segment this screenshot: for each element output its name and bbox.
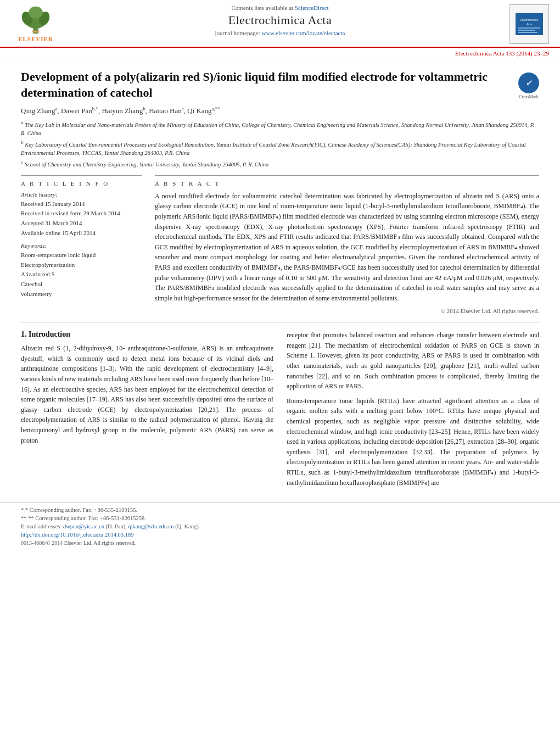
revised-date: Received in revised form 29 March 2014 bbox=[21, 209, 142, 219]
main-content: Development of a poly(alizarin red S)/io… bbox=[0, 59, 560, 502]
svg-rect-5 bbox=[32, 31, 40, 33]
article-info-abstract-section: A R T I C L E I N F O Article history: R… bbox=[21, 175, 539, 315]
section-divider bbox=[21, 322, 539, 322]
footnote-star2: ** bbox=[21, 515, 28, 521]
svg-text:Electrochimica: Electrochimica bbox=[520, 18, 539, 21]
section1-title: 1. Introduction bbox=[21, 330, 273, 339]
authors-line: Qing Zhanga, Dawei Panb,*, Haiyun Zhangb… bbox=[21, 106, 539, 115]
svg-point-4 bbox=[29, 7, 43, 19]
footnote-1-text: * Corresponding author. Fax: +86-535-210… bbox=[25, 507, 137, 513]
body-two-col: 1. Introduction Alizarin red S (1, 2-dih… bbox=[21, 330, 539, 492]
homepage-url[interactable]: www.elsevier.com/locate/electacta bbox=[261, 30, 345, 36]
article-title-section: Development of a poly(alizarin red S)/io… bbox=[21, 69, 539, 101]
footer-doi: http://dx.doi.org/10.1016/j.electacta.20… bbox=[21, 532, 539, 538]
author-c: Haitao Han bbox=[149, 107, 182, 115]
footer-emails: E-mail addresses: dwpan@yic.ac.cn (D. Pa… bbox=[21, 523, 539, 529]
author-b1-sup: b,* bbox=[92, 106, 98, 111]
accepted-date: Accepted 31 March 2014 bbox=[21, 219, 142, 228]
page: ELSEVIER Contents lists available at Sci… bbox=[0, 0, 560, 742]
footnote-2-text: ** Corresponding author. Fax: +86-531-82… bbox=[28, 515, 146, 521]
crossmark-circle: ✓ bbox=[518, 72, 539, 93]
elsevier-tree-icon bbox=[16, 4, 55, 35]
journal-cover-icon: Electrochimica Acta bbox=[516, 13, 543, 35]
affil-text-a: The Key Lab in Molecular and Nano-materi… bbox=[21, 121, 534, 136]
footer-note-2: ** ** Corresponding author. Fax: +86-531… bbox=[21, 515, 539, 521]
affiliations: a The Key Lab in Molecular and Nano-mate… bbox=[21, 119, 539, 169]
footnote-star1: * bbox=[21, 507, 25, 513]
email2-name: (Q. Kang). bbox=[175, 523, 200, 529]
sciencedirect-link[interactable]: ScienceDirect bbox=[295, 4, 329, 11]
article-title: Development of a poly(alizarin red S)/io… bbox=[21, 69, 513, 101]
article-history-block: Article history: Received 15 January 201… bbox=[21, 191, 142, 238]
author-c-sup: c bbox=[182, 106, 184, 111]
affil-text-b: Key Laboratory of Coastal Environmental … bbox=[21, 141, 526, 156]
doi-link[interactable]: http://dx.doi.org/10.1016/j.electacta.20… bbox=[21, 532, 133, 538]
author-a-sup: a bbox=[55, 106, 57, 111]
journal-logo-box: Electrochimica Acta bbox=[509, 4, 549, 44]
article-info-col: A R T I C L E I N F O Article history: R… bbox=[21, 175, 142, 315]
keywords-block: Keywords: Room-temperature ionic liquid … bbox=[21, 242, 142, 299]
affil-sup-b: b bbox=[21, 140, 24, 145]
elsevier-label: ELSEVIER bbox=[18, 36, 53, 42]
abstract-header: A B S T R A C T bbox=[155, 180, 539, 187]
contents-label: Contents lists available at bbox=[231, 4, 293, 11]
keyword-3: Alizarin red S bbox=[21, 270, 142, 280]
affil-text-c: School of Chemistry and Chemistry Engine… bbox=[25, 161, 269, 167]
journal-header: ELSEVIER Contents lists available at Sci… bbox=[0, 0, 560, 48]
emails-label: E-mail addresses: bbox=[21, 523, 61, 529]
author-b2: Haiyun Zhang bbox=[102, 107, 143, 115]
article-history-title: Article history: bbox=[21, 191, 142, 198]
keywords-title: Keywords: bbox=[21, 242, 142, 249]
affil-sup-c: c bbox=[21, 159, 23, 165]
author-a2-sup: a,** bbox=[212, 106, 220, 111]
abstract-col: A B S T R A C T A novel modified electro… bbox=[155, 175, 539, 315]
affil-item-b: b Key Laboratory of Coastal Environmenta… bbox=[21, 139, 539, 158]
available-date: Available online 15 April 2014 bbox=[21, 228, 142, 238]
crossmark-badge[interactable]: ✓ CrossMark bbox=[518, 72, 539, 93]
body-para-3: Room-temperature ionic liquids (RTILs) h… bbox=[287, 396, 539, 488]
body-col-left: 1. Introduction Alizarin red S (1, 2-dih… bbox=[21, 330, 273, 492]
journal-homepage: journal homepage: www.elsevier.com/locat… bbox=[215, 30, 345, 36]
page-footer: * * Corresponding author. Fax: +86-535-2… bbox=[0, 502, 560, 550]
svg-rect-9 bbox=[518, 27, 540, 29]
article-info-header: A R T I C L E I N F O bbox=[21, 180, 142, 187]
author-a2: Qi Kang bbox=[187, 107, 211, 115]
author-b1: Dawei Pan bbox=[61, 107, 92, 115]
author-a: Qing Zhang bbox=[21, 107, 55, 115]
received-date: Received 15 January 2014 bbox=[21, 199, 142, 209]
keyword-4: Catechol bbox=[21, 280, 142, 289]
svg-rect-11 bbox=[518, 32, 537, 33]
affil-sup-a: a bbox=[21, 120, 24, 125]
journal-volume-info: Electrochimica Acta 133 (2014) 23–29 bbox=[455, 50, 549, 57]
section1-number: 1. bbox=[21, 330, 27, 338]
email1-link[interactable]: dwpan@yic.ac.cn bbox=[63, 523, 104, 529]
homepage-label: journal homepage: bbox=[215, 30, 260, 36]
keyword-5: voltammetry bbox=[21, 289, 142, 299]
body-col-right: receptor that promotes balanced reaction… bbox=[287, 330, 539, 492]
affil-item-c: c School of Chemistry and Chemistry Engi… bbox=[21, 159, 539, 169]
elsevier-logo: ELSEVIER bbox=[11, 4, 60, 47]
journal-title-main: Electrochimica Acta bbox=[228, 13, 332, 27]
journal-logo-right: Electrochimica Acta bbox=[500, 4, 549, 44]
footer-issn: 0013-4686/© 2014 Elsevier Ltd. All right… bbox=[21, 540, 539, 546]
body-para-2: receptor that promotes balanced reaction… bbox=[287, 330, 539, 392]
footer-note-1: * * Corresponding author. Fax: +86-535-2… bbox=[21, 507, 539, 513]
crossmark-label: CrossMark bbox=[518, 94, 539, 99]
keyword-2: Electropolymerization bbox=[21, 260, 142, 270]
abstract-text: A novel modified electrode for voltammet… bbox=[155, 191, 539, 304]
section1-heading: Introduction bbox=[29, 330, 70, 338]
journal-center: Contents lists available at ScienceDirec… bbox=[66, 4, 494, 41]
article-info-bar: Electrochimica Acta 133 (2014) 23–29 bbox=[0, 48, 560, 59]
svg-text:Acta: Acta bbox=[527, 23, 532, 26]
affil-item-a: a The Key Lab in Molecular and Nano-mate… bbox=[21, 119, 539, 138]
keyword-1: Room-temperature ionic liquid bbox=[21, 250, 142, 260]
journal-meta-top: Contents lists available at ScienceDirec… bbox=[231, 4, 328, 11]
svg-rect-10 bbox=[518, 30, 535, 31]
author-b2-sup: b bbox=[143, 106, 145, 111]
email2-link[interactable]: qikang@sdu.edu.cn bbox=[128, 523, 173, 529]
body-para-1: Alizarin red S (1, 2-dihydroxy-9, 10- an… bbox=[21, 343, 273, 445]
email1-name: (D. Pan), bbox=[106, 523, 127, 529]
copyright-line: © 2014 Elsevier Ltd. All rights reserved… bbox=[155, 308, 539, 314]
